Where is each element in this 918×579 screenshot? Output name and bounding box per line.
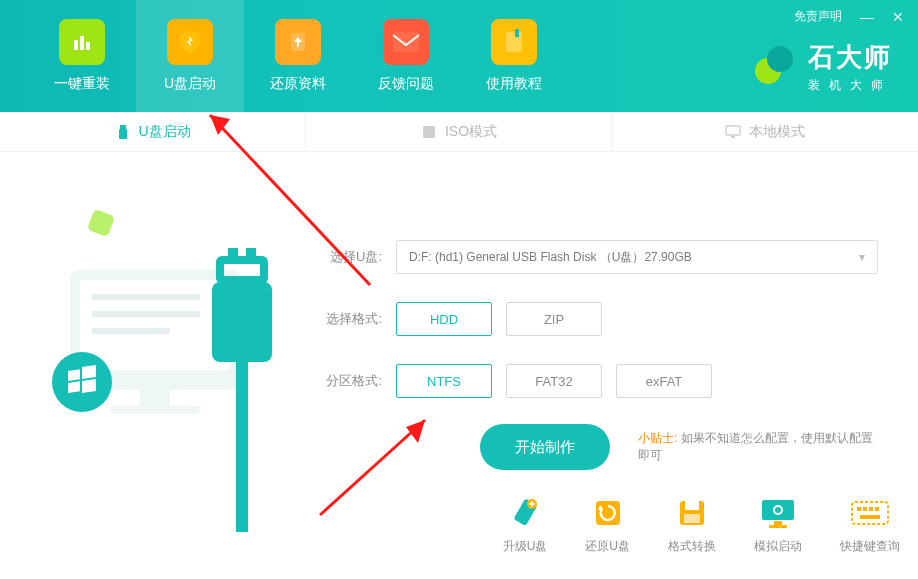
svg-rect-25 bbox=[68, 381, 80, 393]
partition-option-fat32[interactable]: FAT32 bbox=[506, 364, 602, 398]
floppy-icon bbox=[672, 496, 712, 530]
tool-shortcuts: 升级U盘 还原U盘 格式转换 模拟启动 bbox=[503, 496, 900, 555]
shortcut-hotkey-query[interactable]: 快捷键查询 bbox=[840, 496, 900, 555]
sc-label: 快捷键查询 bbox=[840, 538, 900, 555]
svg-rect-11 bbox=[423, 126, 435, 138]
upload-file-icon bbox=[275, 19, 321, 65]
svg-rect-42 bbox=[852, 502, 888, 524]
nav-usb-boot[interactable]: U盘启动 bbox=[136, 0, 244, 112]
svg-rect-37 bbox=[684, 514, 700, 523]
opt-label: HDD bbox=[430, 312, 458, 327]
svg-rect-45 bbox=[869, 507, 873, 511]
svg-rect-24 bbox=[82, 365, 96, 379]
main-area: 选择U盘: D:F: (hd1) General USB Flash Disk … bbox=[0, 152, 918, 579]
sc-label: 模拟启动 bbox=[754, 538, 802, 555]
usb-icon bbox=[115, 124, 131, 140]
format-option-hdd[interactable]: HDD bbox=[396, 302, 492, 336]
partition-option-exfat[interactable]: exFAT bbox=[616, 364, 712, 398]
svg-rect-23 bbox=[68, 369, 80, 381]
sc-label: 格式转换 bbox=[668, 538, 716, 555]
svg-rect-36 bbox=[685, 501, 699, 510]
illustration-panel bbox=[0, 152, 300, 579]
svg-rect-4 bbox=[393, 32, 419, 52]
nav-feedback[interactable]: 反馈问题 bbox=[352, 0, 460, 112]
disclaimer-link[interactable]: 免责声明 bbox=[794, 8, 842, 25]
svg-point-8 bbox=[767, 46, 793, 72]
sc-label: 升级U盘 bbox=[503, 538, 548, 555]
usb-upgrade-icon bbox=[505, 496, 545, 530]
nav-label: 一键重装 bbox=[54, 75, 110, 93]
brand-logo-icon bbox=[752, 43, 796, 91]
brand-subtitle: 装机大师 bbox=[808, 77, 892, 94]
svg-rect-20 bbox=[140, 390, 170, 406]
tab-iso[interactable]: ISO模式 bbox=[305, 112, 611, 151]
svg-rect-46 bbox=[875, 507, 879, 511]
svg-rect-12 bbox=[726, 126, 740, 135]
svg-rect-2 bbox=[86, 42, 90, 50]
svg-rect-47 bbox=[860, 515, 880, 519]
tab-label: 本地模式 bbox=[749, 123, 805, 141]
svg-rect-6 bbox=[515, 29, 519, 37]
brand: 石大师 装机大师 bbox=[752, 40, 892, 94]
sc-label: 还原U盘 bbox=[585, 538, 630, 555]
mail-icon bbox=[383, 19, 429, 65]
keyboard-icon bbox=[850, 496, 890, 530]
svg-rect-44 bbox=[863, 507, 867, 511]
monitor-boot-icon bbox=[758, 496, 798, 530]
svg-rect-0 bbox=[74, 40, 78, 50]
nav-label: U盘启动 bbox=[164, 75, 216, 93]
tab-label: U盘启动 bbox=[139, 123, 191, 141]
shortcut-simulate-boot[interactable]: 模拟启动 bbox=[754, 496, 802, 555]
shortcut-format-convert[interactable]: 格式转换 bbox=[668, 496, 716, 555]
label-select-usb: 选择U盘: bbox=[312, 248, 382, 266]
book-icon bbox=[491, 19, 537, 65]
nav-label: 反馈问题 bbox=[378, 75, 434, 93]
iso-icon bbox=[421, 124, 437, 140]
svg-rect-1 bbox=[80, 36, 84, 50]
nav-label: 使用教程 bbox=[486, 75, 542, 93]
minimize-button[interactable]: — bbox=[860, 9, 874, 25]
config-form: 选择U盘: D:F: (hd1) General USB Flash Disk … bbox=[300, 152, 918, 579]
opt-label: NTFS bbox=[427, 374, 461, 389]
app-header: 一键重装 U盘启动 还原资料 反馈问题 使用教程 bbox=[0, 0, 918, 112]
svg-rect-28 bbox=[228, 248, 238, 260]
partition-option-ntfs[interactable]: NTFS bbox=[396, 364, 492, 398]
bar-chart-icon bbox=[59, 19, 105, 65]
opt-label: FAT32 bbox=[535, 374, 572, 389]
svg-rect-21 bbox=[110, 406, 200, 414]
label-partition: 分区格式: bbox=[312, 372, 382, 390]
nav-restore[interactable]: 还原资料 bbox=[244, 0, 352, 112]
nav-tutorial[interactable]: 使用教程 bbox=[460, 0, 568, 112]
tab-local[interactable]: 本地模式 bbox=[612, 112, 918, 151]
usb-drive-select[interactable]: D:F: (hd1) General USB Flash Disk （U盘）27… bbox=[396, 240, 878, 274]
shortcut-upgrade-usb[interactable]: 升级U盘 bbox=[503, 496, 548, 555]
tab-usb-boot[interactable]: U盘启动 bbox=[0, 112, 305, 151]
nav-reinstall[interactable]: 一键重装 bbox=[28, 0, 136, 112]
close-button[interactable]: ✕ bbox=[892, 9, 904, 25]
svg-rect-43 bbox=[857, 507, 861, 511]
svg-rect-5 bbox=[506, 32, 522, 52]
shortcut-restore-usb[interactable]: 还原U盘 bbox=[585, 496, 630, 555]
hint-text: 小贴士: 如果不知道怎么配置，使用默认配置即可 bbox=[638, 430, 878, 464]
brand-title: 石大师 bbox=[808, 40, 892, 75]
svg-rect-9 bbox=[120, 125, 126, 129]
svg-rect-10 bbox=[119, 129, 127, 139]
label-format: 选择格式: bbox=[312, 310, 382, 328]
tab-label: ISO模式 bbox=[445, 123, 497, 141]
svg-rect-38 bbox=[762, 500, 794, 520]
svg-rect-13 bbox=[731, 136, 735, 138]
mode-tabs: U盘启动 ISO模式 本地模式 bbox=[0, 112, 918, 152]
svg-rect-29 bbox=[246, 248, 256, 260]
start-create-button[interactable]: 开始制作 bbox=[480, 424, 610, 470]
main-nav: 一键重装 U盘启动 还原资料 反馈问题 使用教程 bbox=[0, 0, 568, 112]
format-option-zip[interactable]: ZIP bbox=[506, 302, 602, 336]
chevron-down-icon: ▾ bbox=[859, 250, 865, 264]
usb-computer-illustration-icon bbox=[0, 152, 300, 572]
window-controls: 免责声明 — ✕ bbox=[794, 8, 904, 25]
svg-rect-30 bbox=[212, 282, 272, 362]
svg-rect-31 bbox=[236, 362, 248, 532]
opt-label: ZIP bbox=[544, 312, 564, 327]
nav-label: 还原资料 bbox=[270, 75, 326, 93]
hint-key: 小贴士: bbox=[638, 431, 677, 445]
svg-rect-26 bbox=[82, 379, 96, 393]
